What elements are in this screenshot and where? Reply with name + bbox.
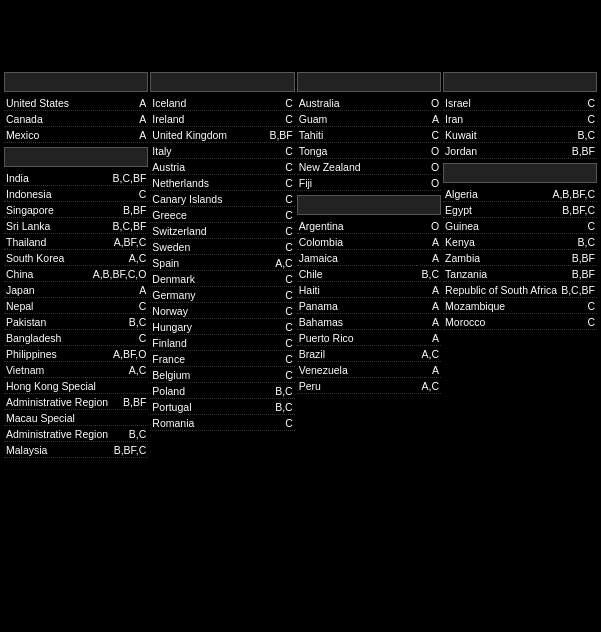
country-name: Republic of South Africa (445, 284, 557, 296)
country-row[interactable]: NetherlandsC (150, 176, 294, 191)
country-row[interactable]: VietnamA,C (4, 363, 148, 378)
country-row[interactable]: BangladeshC (4, 331, 148, 346)
country-row[interactable]: FinlandC (150, 336, 294, 351)
country-name: United Kingdom (152, 129, 227, 141)
country-row[interactable]: Puerto RicoA (297, 331, 441, 346)
country-code: A (139, 284, 146, 296)
country-row[interactable]: KenyaB,C (443, 235, 597, 250)
country-row[interactable]: NorwayC (150, 304, 294, 319)
country-code: A,C (422, 380, 440, 392)
country-name: Denmark (152, 273, 195, 285)
country-row[interactable]: AustraliaO (297, 96, 441, 111)
country-row[interactable]: TanzaniaB,BF (443, 267, 597, 282)
country-row[interactable]: ColombiaA (297, 235, 441, 250)
country-row[interactable]: Sri LankaB,C,BF (4, 219, 148, 234)
country-row[interactable]: NepalC (4, 299, 148, 314)
country-row[interactable]: Republic of South AfricaB,C,BF (443, 283, 597, 298)
country-row[interactable]: SingaporeB,BF (4, 203, 148, 218)
country-row[interactable]: SpainA,C (150, 256, 294, 271)
country-row[interactable]: IrelandC (150, 112, 294, 127)
country-row[interactable]: ChinaA,B,BF,C,O (4, 267, 148, 282)
country-row[interactable]: BrazilA,C (297, 347, 441, 362)
country-row[interactable]: VenezuelaA (297, 363, 441, 378)
country-row[interactable]: FijiO (297, 176, 441, 191)
country-row[interactable]: Canary IslandsC (150, 192, 294, 207)
country-row[interactable]: Macau Special (4, 411, 148, 426)
country-row[interactable]: ChileB,C (297, 267, 441, 282)
column-3: AustraliaOGuamATahitiCTongaONew ZealandO… (297, 72, 441, 458)
country-row[interactable]: HaitiA (297, 283, 441, 298)
country-code: B,C (422, 268, 440, 280)
country-row[interactable]: IsraelC (443, 96, 597, 111)
country-row[interactable]: TongaO (297, 144, 441, 159)
country-code: A,C (422, 348, 440, 360)
country-row[interactable]: ArgentinaO (297, 219, 441, 234)
country-row[interactable]: MoroccoC (443, 315, 597, 330)
country-row[interactable]: IndiaB,C,BF (4, 171, 148, 186)
country-row[interactable]: EgyptB,BF,C (443, 203, 597, 218)
search-box-3[interactable] (297, 72, 441, 92)
country-code: C (431, 129, 439, 141)
country-row[interactable]: United StatesA (4, 96, 148, 111)
country-row[interactable]: JapanA (4, 283, 148, 298)
country-row[interactable]: MalaysiaB,BF,C (4, 443, 148, 458)
country-row[interactable]: CanadaA (4, 112, 148, 127)
country-code: C (139, 188, 147, 200)
country-code: A (432, 300, 439, 312)
country-row[interactable]: KuwaitB,C (443, 128, 597, 143)
country-code: O (431, 145, 439, 157)
country-row[interactable]: AustriaC (150, 160, 294, 175)
country-row[interactable]: TahitiC (297, 128, 441, 143)
country-row[interactable]: PhilippinesA,BF,O (4, 347, 148, 362)
search-box-4[interactable] (443, 72, 597, 92)
country-code: A (432, 284, 439, 296)
country-row[interactable]: MexicoA (4, 128, 148, 143)
country-code: O (431, 177, 439, 189)
country-name: Singapore (6, 204, 54, 216)
country-row[interactable]: United KingdomB,BF (150, 128, 294, 143)
country-row[interactable]: RomaniaC (150, 416, 294, 431)
country-row[interactable]: ZambiaB,BF (443, 251, 597, 266)
country-row[interactable]: PanamaA (297, 299, 441, 314)
country-row[interactable]: PeruA,C (297, 379, 441, 394)
country-row[interactable]: IcelandC (150, 96, 294, 111)
country-row[interactable]: FranceC (150, 352, 294, 367)
country-code: C (587, 220, 595, 232)
country-row[interactable]: GuamA (297, 112, 441, 127)
country-name: Argentina (299, 220, 344, 232)
country-row[interactable]: BelgiumC (150, 368, 294, 383)
country-row[interactable]: IndonesiaC (4, 187, 148, 202)
country-row[interactable]: PortugalB,C (150, 400, 294, 415)
country-row[interactable]: SwitzerlandC (150, 224, 294, 239)
country-name: Vietnam (6, 364, 44, 376)
country-row[interactable]: BahamasA (297, 315, 441, 330)
country-row[interactable]: ItalyC (150, 144, 294, 159)
search-box-2[interactable] (150, 72, 294, 92)
country-row[interactable]: South KoreaA,C (4, 251, 148, 266)
country-row[interactable]: GreeceC (150, 208, 294, 223)
country-list-3-b: ArgentinaOColombiaAJamaicaAChileB,CHaiti… (297, 219, 441, 394)
country-row[interactable]: AlgeriaA,B,BF,C (443, 187, 597, 202)
country-row[interactable]: IranC (443, 112, 597, 127)
country-row[interactable]: MozambiqueC (443, 299, 597, 314)
country-name: Peru (299, 380, 321, 392)
country-row[interactable]: ThailandA,BF,C (4, 235, 148, 250)
country-row[interactable]: GuineaC (443, 219, 597, 234)
country-code: B,C (577, 129, 595, 141)
search-box-1[interactable] (4, 72, 148, 92)
country-row[interactable]: SwedenC (150, 240, 294, 255)
country-row[interactable]: Administrative RegionB,C (4, 427, 148, 442)
country-name: Jamaica (299, 252, 338, 264)
country-row[interactable]: DenmarkC (150, 272, 294, 287)
country-row[interactable]: JamaicaA (297, 251, 441, 266)
country-row[interactable]: JordanB,BF (443, 144, 597, 159)
country-name: Macau Special (6, 412, 75, 424)
country-row[interactable]: Administrative RegionB,BF (4, 395, 148, 410)
country-row[interactable]: New ZealandO (297, 160, 441, 175)
country-row[interactable]: GermanyC (150, 288, 294, 303)
country-row[interactable]: PakistanB,C (4, 315, 148, 330)
country-row[interactable]: Hong Kong Special (4, 379, 148, 394)
country-code: A,B,BF,C (552, 188, 595, 200)
country-row[interactable]: PolandB,C (150, 384, 294, 399)
country-row[interactable]: HungaryC (150, 320, 294, 335)
